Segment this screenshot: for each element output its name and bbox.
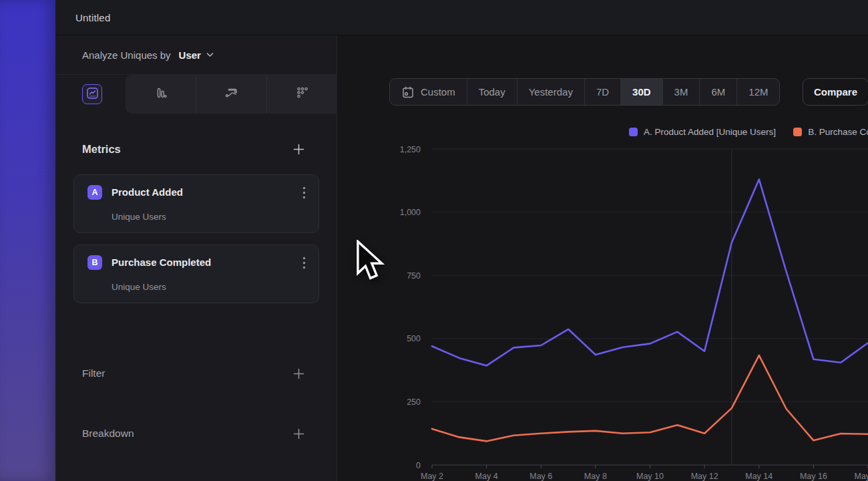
svg-text:May 12: May 12 bbox=[691, 472, 718, 481]
tab-dots-grid[interactable] bbox=[266, 75, 337, 114]
metric-title: Purchase Completed bbox=[112, 257, 211, 268]
add-metric-button[interactable] bbox=[292, 142, 305, 156]
flows-icon bbox=[224, 86, 239, 104]
app-window: Untitled Analyze Uniques by User Metrics… bbox=[0, 0, 868, 481]
tab-flows[interactable] bbox=[196, 75, 266, 114]
analyze-by-value[interactable]: User bbox=[179, 49, 201, 61]
tab-line-chart[interactable] bbox=[82, 84, 102, 104]
metric-subtitle: Unique Users bbox=[112, 212, 166, 222]
range-custom[interactable]: Custom bbox=[390, 79, 467, 105]
add-breakdown-button[interactable] bbox=[292, 427, 305, 440]
metric-card-a[interactable]: AProduct AddedUnique Users bbox=[73, 174, 319, 233]
svg-text:May 8: May 8 bbox=[584, 472, 607, 481]
svg-text:1,000: 1,000 bbox=[400, 208, 421, 217]
filter-title: Filter bbox=[82, 367, 105, 379]
range-today[interactable]: Today bbox=[467, 79, 517, 105]
app-nav-strip bbox=[0, 0, 55, 481]
dots-grid-icon bbox=[295, 86, 310, 103]
metric-subtitle: Unique Users bbox=[112, 282, 166, 292]
range-7d[interactable]: 7D bbox=[584, 79, 620, 105]
svg-text:0: 0 bbox=[416, 461, 421, 470]
analyze-by-label: Analyze Uniques by bbox=[82, 49, 171, 61]
metrics-section-header: Metrics bbox=[82, 142, 305, 156]
svg-text:May 10: May 10 bbox=[636, 472, 664, 481]
chevron-down-icon[interactable] bbox=[206, 52, 214, 57]
top-bar: Untitled bbox=[55, 0, 868, 35]
breakdown-section-header: Breakdown bbox=[82, 427, 305, 440]
range-yesterday[interactable]: Yesterday bbox=[517, 79, 584, 105]
query-sidebar: Analyze Uniques by User Metrics AProduct… bbox=[55, 35, 337, 481]
metric-badge: A bbox=[87, 185, 102, 200]
svg-text:May 6: May 6 bbox=[529, 472, 552, 481]
breakdown-title: Breakdown bbox=[82, 428, 134, 440]
range-3m[interactable]: 3M bbox=[662, 79, 700, 105]
svg-text:May 16: May 16 bbox=[800, 472, 827, 481]
legend-item[interactable]: B. Purchase Completed [Unique Users] bbox=[793, 127, 868, 137]
analyze-by-row: Analyze Uniques by User bbox=[55, 35, 337, 75]
range-6m[interactable]: 6M bbox=[699, 79, 736, 105]
calendar-icon bbox=[401, 86, 415, 99]
legend-swatch bbox=[629, 128, 638, 136]
legend-label: B. Purchase Completed [Unique Users] bbox=[808, 127, 868, 137]
chart-type-tabs bbox=[55, 75, 337, 114]
legend-label: A. Product Added [Unique Users] bbox=[644, 127, 776, 137]
line-chart: 02505007501,0001,250May 2May 4May 6May 8… bbox=[337, 140, 868, 481]
compare-button[interactable]: Compare bbox=[803, 78, 868, 106]
metrics-title: Metrics bbox=[82, 143, 121, 156]
svg-text:May 2: May 2 bbox=[421, 472, 443, 481]
chart-type-tab-strip bbox=[126, 75, 337, 114]
legend-swatch bbox=[793, 128, 802, 136]
svg-text:500: 500 bbox=[407, 334, 421, 343]
kebab-icon[interactable] bbox=[297, 185, 310, 200]
range-12m[interactable]: 12M bbox=[736, 79, 779, 105]
document-title[interactable]: Untitled bbox=[75, 12, 110, 23]
svg-text:May 4: May 4 bbox=[475, 472, 498, 481]
svg-text:1,250: 1,250 bbox=[400, 145, 421, 154]
date-range-selector: CustomTodayYesterday7D30D3M6M12M bbox=[389, 78, 780, 106]
metric-card-b[interactable]: BPurchase CompletedUnique Users bbox=[73, 245, 319, 303]
chart-legend: A. Product Added [Unique Users]B. Purcha… bbox=[629, 127, 868, 137]
svg-text:May 18: May 18 bbox=[855, 472, 868, 481]
range-30d[interactable]: 30D bbox=[620, 79, 662, 105]
filter-section-header: Filter bbox=[82, 367, 305, 380]
chart-panel: CustomTodayYesterday7D30D3M6M12M Compare… bbox=[337, 35, 868, 481]
legend-item[interactable]: A. Product Added [Unique Users] bbox=[629, 127, 776, 137]
metric-badge: B bbox=[87, 255, 102, 270]
metric-title: Product Added bbox=[112, 186, 183, 198]
svg-text:750: 750 bbox=[407, 271, 421, 281]
line-chart-icon bbox=[85, 86, 99, 103]
bar-chart-icon bbox=[154, 86, 168, 103]
tab-bar-chart[interactable] bbox=[126, 75, 196, 114]
kebab-icon[interactable] bbox=[297, 255, 310, 270]
svg-text:250: 250 bbox=[407, 397, 421, 407]
add-filter-button[interactable] bbox=[292, 367, 305, 380]
svg-text:May 14: May 14 bbox=[745, 472, 773, 481]
